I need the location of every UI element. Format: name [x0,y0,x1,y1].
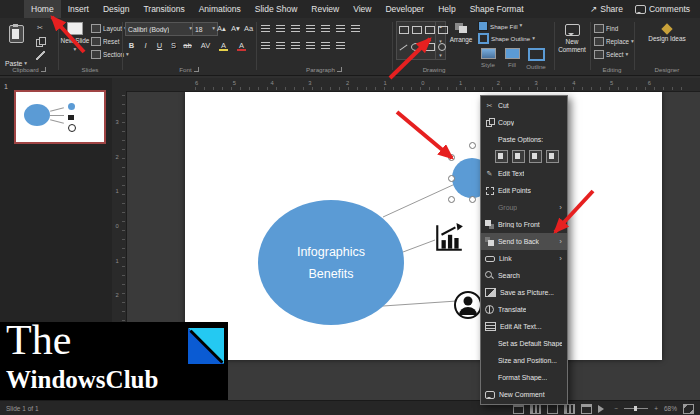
replace-button[interactable]: Replace▾ [594,37,634,46]
slide-sorter-view-button[interactable] [564,404,575,414]
context-menu-item-edit-text[interactable]: ✎ Edit Text [481,165,567,182]
selection-handle[interactable] [469,196,476,203]
convert-smartart-button[interactable] [334,39,347,52]
clipboard-dialog-launcher-icon[interactable] [41,67,46,72]
shape-textbox-icon[interactable] [399,26,409,34]
find-button[interactable]: Find [594,24,634,33]
notes-button[interactable] [513,404,524,414]
slide-thumbnail[interactable] [14,90,106,144]
fit-slide-to-window-button[interactable] [683,404,694,414]
tab-help[interactable]: Help [431,0,462,18]
strikethrough-button[interactable]: ab [181,39,194,52]
context-menu-item-size-and-position[interactable]: Size and Position... [481,352,567,369]
fill-button[interactable]: Fill [500,48,524,68]
bold-button[interactable]: B [125,39,138,52]
reading-view-button[interactable] [581,404,592,414]
paste-option-keep-source-icon[interactable] [495,150,508,163]
context-menu-item-search[interactable]: Search [481,267,567,284]
decrease-indent-button[interactable] [289,22,302,35]
paragraph-dialog-launcher-icon[interactable] [337,67,342,72]
font-dialog-launcher-icon[interactable] [194,67,199,72]
paste-option-picture-icon[interactable] [529,150,542,163]
highlight-color-button[interactable]: A [217,39,230,52]
select-button[interactable]: Select▾ [594,50,634,59]
context-menu-item-send-to-back[interactable]: Send to Back › [481,233,567,250]
shape-line-icon[interactable] [400,44,408,50]
display-settings-button[interactable] [530,404,541,414]
paste-option-text-only-icon[interactable] [546,150,559,163]
outline-button[interactable]: Outline [524,48,548,70]
shrink-font-button[interactable]: A▾ [229,22,242,35]
tab-view[interactable]: View [346,0,378,18]
tab-transitions[interactable]: Transitions [136,0,191,18]
gallery-up-icon[interactable]: ▴ [439,23,442,29]
font-color-button[interactable]: A [235,39,248,52]
line-spacing-button[interactable] [319,22,332,35]
context-menu-item-edit-alt-text[interactable]: Edit Alt Text... [481,318,567,335]
selection-handle[interactable] [448,175,455,182]
character-spacing-button[interactable]: AV [199,39,212,52]
tab-developer[interactable]: Developer [378,0,431,18]
paste-button[interactable]: Paste▾ [3,21,29,71]
slideshow-button[interactable] [598,405,608,413]
tab-home[interactable]: Home [24,0,61,18]
person-icon[interactable] [453,290,483,320]
shape-oval-icon[interactable] [411,43,422,51]
new-comment-button[interactable]: New Comment [556,22,588,53]
font-name-select[interactable]: Calibri (Body)▾ [125,22,195,36]
zoom-slider[interactable] [624,408,648,409]
share-button[interactable]: ↗ Share [584,0,629,18]
paste-option-merge-icon[interactable] [512,150,525,163]
context-menu-item-bring-to-front[interactable]: Bring to Front › [481,216,567,233]
shape-square-icon[interactable] [425,43,435,51]
shape-fill-button[interactable]: Shape Fill ▾ [478,21,522,31]
justify-button[interactable] [304,39,317,52]
format-painter-button[interactable] [33,50,47,61]
numbering-button[interactable] [274,22,287,35]
bullets-button[interactable] [259,22,272,35]
tab-shape-format[interactable]: Shape Format [463,0,531,18]
tab-insert[interactable]: Insert [61,0,96,18]
align-text-button[interactable] [349,22,362,35]
zoom-out-button[interactable]: − [614,405,618,412]
shapes-gallery[interactable]: ▴ ▾ ▾ [396,21,446,60]
align-center-button[interactable] [274,39,287,52]
change-case-button[interactable]: Aa [242,22,255,35]
increase-indent-button[interactable] [304,22,317,35]
selection-handle[interactable] [448,196,455,203]
context-menu-item-copy[interactable]: Copy [481,114,567,131]
grow-font-button[interactable]: A▴ [215,22,228,35]
bar-chart-icon[interactable] [433,222,465,254]
arrange-button[interactable]: Arrange [448,21,474,44]
context-menu-item-format-shape[interactable]: Format Shape... [481,369,567,386]
align-left-button[interactable] [259,39,272,52]
underline-button[interactable]: U [153,39,166,52]
context-menu-item-group[interactable]: Group › [481,199,567,216]
tab-review[interactable]: Review [304,0,346,18]
context-menu-item-translate[interactable]: Translate [481,301,567,318]
text-direction-button[interactable] [334,22,347,35]
rotate-handle[interactable] [469,142,476,149]
shape-rectangle-icon[interactable] [412,26,422,34]
gallery-down-icon[interactable]: ▾ [439,38,442,44]
columns-button[interactable] [319,39,332,52]
context-menu-item-set-as-default-shape[interactable]: Set as Default Shape [481,335,567,352]
slide-canvas[interactable]: Infographics Benefits [185,92,662,360]
context-menu-item-edit-points[interactable]: Edit Points [481,182,567,199]
tab-animations[interactable]: Animations [192,0,248,18]
shape-outline-button[interactable]: Shape Outline ▾ [478,33,535,44]
cut-button[interactable]: ✂ [33,22,47,33]
zoom-in-button[interactable]: + [654,405,658,412]
normal-view-button[interactable] [547,404,558,414]
text-shadow-button[interactable]: S [167,39,180,52]
context-menu-item-link[interactable]: Link › [481,250,567,267]
context-menu-item-new-comment[interactable]: New Comment [481,386,567,403]
align-right-button[interactable] [289,39,302,52]
copy-button[interactable] [33,36,47,47]
shape-placeholder-icon[interactable] [425,26,435,34]
gallery-more-icon[interactable]: ▾ [439,52,442,58]
comments-button[interactable]: Comments [629,0,696,18]
context-menu-item-save-as-picture[interactable]: Save as Picture... [481,284,567,301]
context-menu-item-cut[interactable]: ✂ Cut [481,97,567,114]
new-slide-button[interactable]: New Slide ▾ [60,20,90,52]
